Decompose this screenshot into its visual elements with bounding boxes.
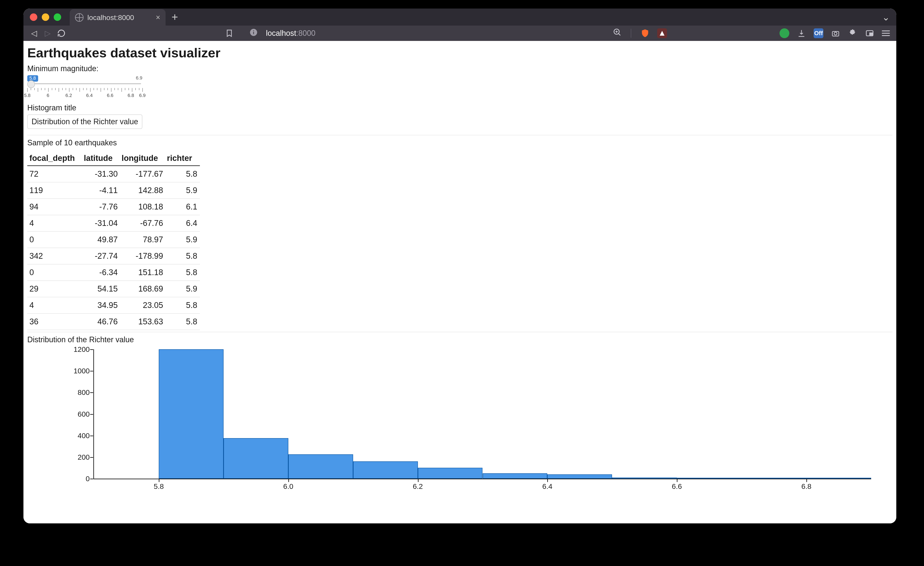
- table-row: 049.8778.975.9: [27, 231, 200, 248]
- table-header: latitude: [82, 151, 120, 166]
- table-row: 72-31.30-177.675.8: [27, 166, 200, 182]
- brave-shields-icon[interactable]: [640, 29, 650, 38]
- new-tab-button[interactable]: +: [166, 11, 184, 23]
- close-window-button[interactable]: [30, 14, 37, 21]
- reload-button[interactable]: [57, 29, 66, 38]
- separator: [631, 29, 631, 38]
- histogram-bar: [288, 454, 353, 479]
- hist-title-input[interactable]: [27, 114, 142, 129]
- x-tick-label: 6.2: [413, 482, 423, 491]
- minimize-window-button[interactable]: [42, 14, 49, 21]
- sample-table: focal_depthlatitudelongituderichter 72-3…: [27, 151, 200, 330]
- table-cell: -27.74: [82, 248, 120, 264]
- table-cell: 72: [27, 166, 82, 182]
- table-cell: -4.11: [82, 182, 120, 199]
- tab-close-button[interactable]: ×: [156, 13, 160, 22]
- magnitude-slider[interactable]: 5.8 6.9 5.866.26.46.66.86.9: [27, 75, 142, 98]
- browser-tab[interactable]: localhost:8000 ×: [70, 9, 166, 26]
- table-cell: 0: [27, 264, 82, 281]
- site-info-icon[interactable]: [249, 28, 258, 39]
- slider-max-label: 6.9: [136, 75, 142, 82]
- table-cell: 5.8: [166, 314, 200, 330]
- table-row: 119-4.11142.885.9: [27, 182, 200, 199]
- zoom-icon[interactable]: [613, 28, 622, 39]
- table-cell: -31.04: [82, 215, 120, 231]
- table-row: 0-6.34151.185.8: [27, 264, 200, 281]
- extension-icon-1[interactable]: [657, 29, 667, 38]
- slider-tick-label: 6.8: [128, 93, 134, 98]
- table-cell: 5.9: [166, 281, 200, 297]
- x-tick-label: 5.8: [154, 482, 164, 491]
- back-button[interactable]: ◁: [30, 29, 38, 38]
- table-cell: 6.1: [166, 199, 200, 215]
- toolbar-right: Off: [613, 28, 890, 39]
- histogram-bar: [612, 477, 677, 479]
- table-cell: 34.95: [82, 297, 120, 314]
- y-tick-label: 1200: [70, 345, 90, 354]
- table-cell: 5.8: [166, 264, 200, 281]
- table-row: 342-27.74-178.995.8: [27, 248, 200, 264]
- url-field[interactable]: localhost:8000: [266, 29, 315, 38]
- table-cell: 153.63: [120, 314, 166, 330]
- extension-icon-camera[interactable]: [831, 29, 840, 38]
- maximize-window-button[interactable]: [54, 14, 61, 21]
- download-icon[interactable]: [796, 29, 806, 38]
- forward-button[interactable]: ▷: [44, 29, 52, 38]
- globe-icon: [75, 13, 84, 22]
- histogram-bar: [483, 473, 548, 479]
- bookmark-icon[interactable]: [225, 29, 234, 38]
- table-cell: 342: [27, 248, 82, 264]
- extension-icon-blue[interactable]: Off: [814, 29, 824, 38]
- table-cell: 119: [27, 182, 82, 199]
- table-cell: -178.99: [120, 248, 166, 264]
- svg-rect-7: [870, 33, 872, 35]
- slider-tick-label: 5.8: [24, 93, 31, 98]
- sample-label: Sample of 10 earthquakes: [27, 138, 892, 147]
- histogram-bar: [418, 468, 483, 479]
- y-tick-label: 200: [70, 453, 90, 461]
- y-tick-label: 1000: [70, 367, 90, 375]
- slider-thumb[interactable]: [27, 80, 35, 88]
- histogram-bar: [353, 461, 418, 479]
- table-cell: -6.34: [82, 264, 120, 281]
- table-cell: 151.18: [120, 264, 166, 281]
- table-cell: 29: [27, 281, 82, 297]
- pip-icon[interactable]: [865, 29, 874, 38]
- extension-icon-green[interactable]: [780, 29, 789, 38]
- table-cell: 5.9: [166, 231, 200, 248]
- table-cell: -31.30: [82, 166, 120, 182]
- chart-caption: Distribution of the Richter value: [27, 335, 892, 344]
- toolbar: ◁ ▷ localhost:8000: [24, 26, 896, 41]
- histogram-bar: [742, 478, 806, 479]
- url-host: localhost: [266, 29, 296, 38]
- table-cell: -177.67: [120, 166, 166, 182]
- table-row: 2954.15168.695.9: [27, 281, 200, 297]
- table-cell: 0: [27, 231, 82, 248]
- slider-tick-label: 6: [46, 93, 49, 98]
- table-cell: 5.8: [166, 297, 200, 314]
- x-tick-label: 6.8: [801, 482, 811, 491]
- histogram-bar: [677, 478, 742, 479]
- extensions-puzzle-icon[interactable]: [848, 29, 858, 38]
- titlebar: localhost:8000 × + ⌄: [24, 9, 896, 26]
- table-cell: 36: [27, 314, 82, 330]
- table-header: focal_depth: [27, 151, 82, 166]
- histogram-bar: [159, 349, 224, 479]
- table-cell: 49.87: [82, 231, 120, 248]
- table-cell: 4: [27, 215, 82, 231]
- table-cell: 108.18: [120, 199, 166, 215]
- table-row: 434.9523.055.8: [27, 297, 200, 314]
- y-tick-label: 800: [70, 388, 90, 396]
- menu-button[interactable]: [882, 30, 890, 36]
- tabs-overflow-button[interactable]: ⌄: [882, 12, 890, 23]
- svg-rect-1: [253, 32, 254, 34]
- tab-title: localhost:8000: [87, 14, 134, 22]
- table-cell: -7.76: [82, 199, 120, 215]
- x-tick-label: 6.4: [542, 482, 552, 491]
- table-cell: -67.76: [120, 215, 166, 231]
- table-header: longitude: [120, 151, 166, 166]
- histogram-bar: [547, 474, 612, 479]
- table-cell: 142.88: [120, 182, 166, 199]
- svg-point-5: [834, 32, 837, 35]
- table-cell: 5.8: [166, 166, 200, 182]
